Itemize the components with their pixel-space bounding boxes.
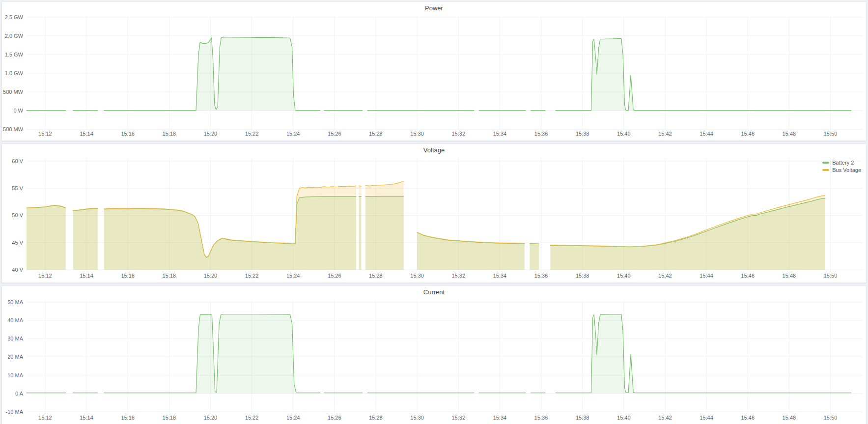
x-tick-label: 15:24: [286, 131, 300, 137]
power-plot-area[interactable]: 2.5 GW2.0 GW1.5 GW1.0 GW500 MW0 W-500 MW…: [2, 15, 866, 141]
panel-voltage-title[interactable]: Voltage: [2, 144, 866, 157]
x-tick-label: 15:38: [576, 415, 589, 421]
y-tick-label: 55 V: [12, 185, 23, 191]
x-tick-label: 15:50: [824, 415, 838, 421]
x-tick-label: 15:50: [824, 273, 838, 279]
x-tick-label: 15:48: [783, 415, 796, 421]
x-tick-label: 15:44: [700, 273, 713, 279]
x-tick-label: 15:22: [245, 273, 259, 279]
y-tick-label: 50 MA: [7, 299, 23, 305]
y-tick-label: -500 MW: [1, 126, 24, 132]
panel-current-title[interactable]: Current: [2, 286, 866, 299]
y-tick-label: 40 V: [12, 267, 23, 273]
y-tick-label: 50 V: [12, 212, 23, 218]
x-tick-label: 15:24: [286, 273, 300, 279]
series-area: [365, 181, 404, 270]
x-tick-label: 15:20: [204, 273, 218, 279]
legend-label: Bus Voltage: [832, 167, 861, 173]
y-tick-label: 0 W: [13, 108, 23, 113]
x-tick-label: 15:30: [410, 131, 424, 137]
x-tick-label: 15:34: [493, 273, 507, 279]
x-tick-label: 15:18: [163, 273, 176, 279]
x-tick-label: 15:44: [700, 415, 713, 421]
x-tick-label: 15:20: [204, 131, 218, 137]
current-chart[interactable]: 50 MA40 MA30 MA20 MA10 MA0 A-10 MA15:121…: [2, 299, 865, 424]
series-area: [27, 205, 66, 270]
x-tick-label: 15:30: [410, 415, 424, 421]
x-tick-label: 15:14: [80, 131, 93, 137]
x-tick-label: 15:36: [534, 415, 548, 421]
voltage-chart[interactable]: 60 V55 V50 V45 V40 V15:1215:1415:1615:18…: [2, 157, 865, 283]
x-tick-label: 15:42: [658, 131, 672, 137]
panel-power: Power 2.5 GW2.0 GW1.5 GW1.0 GW500 MW0 W-…: [1, 1, 867, 141]
x-tick-label: 15:38: [576, 273, 589, 279]
y-tick-label: -10 MA: [6, 409, 24, 415]
series-area: [551, 196, 826, 270]
x-tick-label: 15:30: [410, 273, 424, 279]
x-tick-label: 15:40: [617, 273, 631, 279]
x-tick-label: 15:32: [451, 415, 465, 421]
voltage-legend: Battery 2Bus Voltage: [822, 160, 861, 173]
x-tick-label: 15:34: [493, 415, 507, 421]
current-plot-area[interactable]: 50 MA40 MA30 MA20 MA10 MA0 A-10 MA15:121…: [2, 299, 866, 424]
y-tick-label: 45 V: [12, 240, 23, 246]
x-tick-label: 15:42: [658, 273, 672, 279]
x-tick-label: 15:34: [493, 131, 507, 137]
series-line: [359, 186, 362, 186]
x-tick-label: 15:42: [658, 415, 672, 421]
x-tick-label: 15:22: [245, 131, 259, 137]
y-tick-label: 10 MA: [7, 372, 23, 378]
x-tick-label: 15:22: [245, 415, 259, 421]
x-tick-label: 15:44: [700, 131, 713, 137]
legend-swatch: [822, 162, 829, 164]
series-line: [530, 243, 539, 244]
x-tick-label: 15:36: [534, 273, 548, 279]
x-tick-label: 15:12: [38, 415, 52, 421]
y-tick-label: 0 A: [15, 391, 24, 396]
x-tick-label: 15:14: [80, 415, 93, 421]
panel-power-title[interactable]: Power: [2, 2, 866, 15]
x-tick-label: 15:46: [741, 415, 755, 421]
x-tick-label: 15:16: [121, 131, 135, 137]
y-tick-label: 1.0 GW: [5, 70, 24, 76]
y-tick-label: 2.5 GW: [5, 14, 24, 20]
x-tick-label: 15:18: [163, 131, 176, 137]
y-tick-label: 500 MW: [3, 89, 24, 95]
x-tick-label: 15:12: [38, 131, 52, 137]
power-chart[interactable]: 2.5 GW2.0 GW1.5 GW1.0 GW500 MW0 W-500 MW…: [2, 15, 865, 141]
x-tick-label: 15:40: [617, 415, 631, 421]
series-area: [556, 314, 851, 394]
panel-current: Current 50 MA40 MA30 MA20 MA10 MA0 A-10 …: [1, 285, 867, 424]
x-tick-label: 15:46: [741, 131, 755, 137]
x-tick-label: 15:46: [741, 273, 755, 279]
voltage-plot-area[interactable]: 60 V55 V50 V45 V40 V15:1215:1415:1615:18…: [2, 157, 866, 283]
x-tick-label: 15:20: [204, 415, 218, 421]
y-tick-label: 1.5 GW: [5, 52, 24, 57]
x-tick-label: 15:26: [328, 273, 341, 279]
x-tick-label: 15:40: [617, 131, 631, 137]
x-tick-label: 15:16: [121, 273, 135, 279]
x-tick-label: 15:28: [369, 131, 383, 137]
legend-item[interactable]: Bus Voltage: [822, 167, 861, 173]
legend-label: Battery 2: [832, 160, 854, 166]
x-tick-label: 15:38: [576, 131, 589, 137]
y-tick-label: 20 MA: [7, 354, 23, 360]
panel-voltage: Voltage 60 V55 V50 V45 V40 V15:1215:1415…: [1, 143, 867, 283]
x-tick-label: 15:32: [451, 273, 465, 279]
x-tick-label: 15:36: [534, 131, 548, 137]
x-tick-label: 15:12: [38, 273, 52, 279]
series-area: [556, 38, 851, 111]
y-tick-label: 40 MA: [7, 317, 23, 323]
y-tick-label: 30 MA: [7, 336, 23, 341]
x-tick-label: 15:26: [328, 131, 341, 137]
x-tick-label: 15:48: [783, 131, 796, 137]
series-area: [417, 232, 525, 270]
y-tick-label: 60 V: [12, 158, 23, 164]
legend-item[interactable]: Battery 2: [822, 160, 861, 166]
legend-swatch: [822, 169, 829, 171]
x-tick-label: 15:28: [369, 415, 383, 421]
series-area: [359, 186, 362, 270]
x-tick-label: 15:28: [369, 273, 383, 279]
x-tick-label: 15:32: [451, 131, 465, 137]
x-tick-label: 15:24: [286, 415, 300, 421]
